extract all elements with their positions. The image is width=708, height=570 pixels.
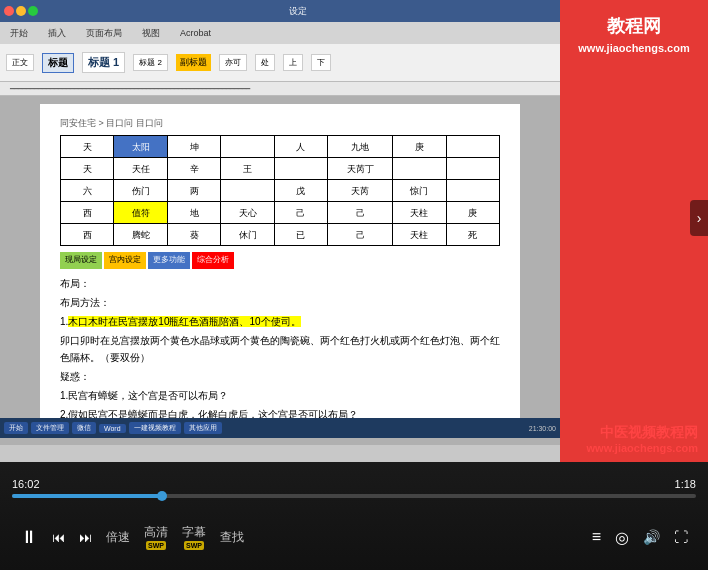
layout-method-label: 布局方法： [60,294,500,311]
danmaku-button[interactable]: ◎ [615,528,629,547]
taskbar-file[interactable]: 文件管理 [31,422,69,434]
play-pause-button[interactable]: ⏸ [20,527,38,548]
doubts-label: 疑惑： [60,368,500,385]
doc-header-line: 同安住宅 > 目口问 目口问 [60,116,500,131]
watermark-line1: 中医视频教程网 [587,423,698,441]
quality-swp-badge: SWP [146,541,166,550]
controls-row: ⏸ ⏮ ⏭ 倍速 高清 SWP 字幕 SWP 查找 ≡ ◎ 🔊 ⛶ [0,524,708,550]
taskbar-wechat[interactable]: 微信 [72,422,96,434]
table-row: 西 值符 地 天心 己 己 天柱 庚 [61,202,500,224]
close-button[interactable] [4,6,14,16]
tab-layout[interactable]: 页面布局 [80,25,128,42]
style-extra2[interactable]: 处 [255,54,275,71]
window-controls[interactable] [4,6,38,16]
time-total: 1:18 [675,478,696,490]
playlist-button[interactable]: ≡ [592,528,601,546]
subtitle-button[interactable]: 字幕 SWP [182,524,206,550]
time-current: 16:02 [12,478,40,490]
player-bar: 16:02 1:18 ⏸ ⏮ ⏭ 倍速 高清 SWP 字幕 [0,462,708,570]
chevron-right-button[interactable]: › [690,200,708,236]
table-row: 天 太阳 坤 人 九地 庚 [61,136,500,158]
subtitle-swp-badge: SWP [184,541,204,550]
table-row: 天 天任 辛 王 天芮丁 [61,158,500,180]
style-h2[interactable]: 标题 2 [133,54,168,71]
taskbar-other[interactable]: 其他应用 [184,422,222,434]
style-down[interactable]: 下 [311,54,331,71]
style-up[interactable]: 上 [283,54,303,71]
word-document-area: 设定 开始 插入 页面布局 视图 Acrobat 正文 标题 标题 1 标题 2… [0,0,560,462]
progress-dot [157,491,167,501]
quality-button[interactable]: 高清 SWP [144,524,168,550]
volume-button[interactable]: 🔊 [643,529,660,545]
taskbar-start[interactable]: 开始 [4,422,28,434]
video-watermark: 中医视频教程网 www.jiaochengs.com [587,423,698,455]
progress-bar-background[interactable] [12,494,696,498]
doc-point-1: 1.木口木时在民宫摆放10瓶红色酒瓶陪酒、10个使司。 [60,313,500,330]
doc-point-2: 卯口卯时在兑宫摆放两个黄色水晶球或两个黄色的陶瓷碗、两个红色打火机或两个红色灯泡… [60,332,500,366]
ruler: ━━━━━━━━━━━━━━━━━━━━━━━━━━━━━━━━━━━━━━━━… [0,82,560,96]
table-row: 六 伤门 两 戊 天芮 惊门 [61,180,500,202]
tab-acrobat[interactable]: Acrobat [174,26,217,40]
minimize-button[interactable] [16,6,26,16]
right-controls: ≡ ◎ 🔊 ⛶ [592,528,688,547]
word-taskbar: 开始 文件管理 微信 Word 一建视频教程 其他应用 21:30:00 [0,418,560,438]
style-h1[interactable]: 标题 1 [82,52,125,73]
tab-insert[interactable]: 插入 [42,25,72,42]
style-normal[interactable]: 正文 [6,54,34,71]
btn-comprehensive[interactable]: 综合分析 [192,252,234,269]
progress-area[interactable] [0,494,708,498]
ribbon-styles: 正文 标题 标题 1 标题 2 副标题 亦可 处 上 下 [0,44,560,81]
taskbar-word[interactable]: Word [99,424,126,433]
brand-name: 教程网 [607,16,661,38]
video-container: 设定 开始 插入 页面布局 视图 Acrobat 正文 标题 标题 1 标题 2… [0,0,708,570]
fullscreen-button[interactable]: ⛶ [674,529,688,545]
btn-palace-setting[interactable]: 宫内设定 [104,252,146,269]
watermark-line2: www.jiaochengs.com [587,441,698,455]
taskbar-video[interactable]: 一建视频教程 [129,422,181,434]
layout-label: 布局： [60,275,500,292]
doc-scroll-area: 同安住宅 > 目口问 目口问 天 太阳 坤 人 九地 庚 天 [0,96,560,445]
style-extra1[interactable]: 亦可 [219,54,247,71]
word-title-bar: 设定 [0,0,560,22]
style-title[interactable]: 标题 [42,53,74,73]
bagua-table: 天 太阳 坤 人 九地 庚 天 天任 辛 王 [60,135,500,246]
ribbon-tab-row: 开始 插入 页面布局 视图 Acrobat [0,22,560,44]
next-button[interactable]: ⏭ [79,530,92,545]
tab-view[interactable]: 视图 [136,25,166,42]
left-controls: ⏸ ⏮ ⏭ 倍速 高清 SWP 字幕 SWP 查找 [20,524,244,550]
ribbon: 开始 插入 页面布局 视图 Acrobat 正文 标题 标题 1 标题 2 副标… [0,22,560,82]
prev-button[interactable]: ⏮ [52,530,65,545]
doc-main-content: 同安住宅 > 目口问 目口问 天 太阳 坤 人 九地 庚 天 [40,104,520,437]
search-button[interactable]: 查找 [220,529,244,546]
maximize-button[interactable] [28,6,38,16]
btn-more-functions[interactable]: 更多功能 [148,252,190,269]
brand-url: www.jiaochengs.com [578,42,689,54]
window-title: 设定 [40,5,556,18]
tab-home[interactable]: 开始 [4,25,34,42]
style-subtitle[interactable]: 副标题 [176,54,211,71]
table-row: 西 腾蛇 葵 休门 已 己 天柱 死 [61,224,500,246]
brand-panel: 教程网 www.jiaochengs.com [560,0,708,462]
speed-button[interactable]: 倍速 [106,529,130,546]
taskbar-time: 21:30:00 [529,425,556,432]
doubt-q1: 1.民宫有蟑蜒，这个宫是否可以布局？ [60,387,500,404]
progress-bar-fill [12,494,162,498]
btn-current-layout[interactable]: 现局设定 [60,252,102,269]
table-toolbar: 现局设定 宫内设定 更多功能 综合分析 [60,252,500,269]
